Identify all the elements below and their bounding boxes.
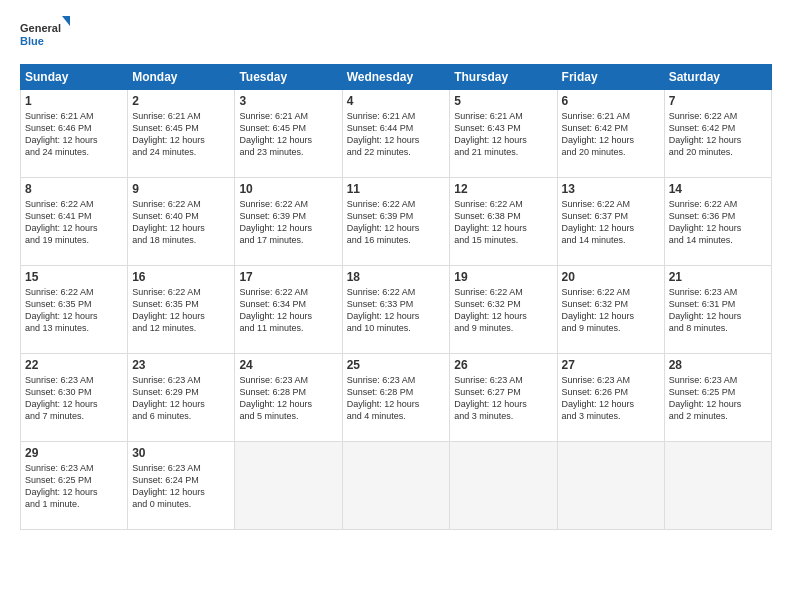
calendar-cell: 16Sunrise: 6:22 AM Sunset: 6:35 PM Dayli…: [128, 266, 235, 354]
day-number: 6: [562, 94, 660, 108]
calendar-day-header: Thursday: [450, 65, 557, 90]
calendar-table: SundayMondayTuesdayWednesdayThursdayFrid…: [20, 64, 772, 530]
day-info: Sunrise: 6:22 AM Sunset: 6:33 PM Dayligh…: [347, 286, 446, 335]
calendar-week-row: 15Sunrise: 6:22 AM Sunset: 6:35 PM Dayli…: [21, 266, 772, 354]
calendar-cell: 7Sunrise: 6:22 AM Sunset: 6:42 PM Daylig…: [664, 90, 771, 178]
page-container: General Blue SundayMondayTuesdayWednesda…: [0, 0, 792, 540]
day-number: 17: [239, 270, 337, 284]
day-info: Sunrise: 6:23 AM Sunset: 6:25 PM Dayligh…: [25, 462, 123, 511]
calendar-cell: 11Sunrise: 6:22 AM Sunset: 6:39 PM Dayli…: [342, 178, 450, 266]
day-number: 26: [454, 358, 552, 372]
calendar-day-header: Monday: [128, 65, 235, 90]
header: General Blue: [20, 16, 772, 52]
day-info: Sunrise: 6:22 AM Sunset: 6:32 PM Dayligh…: [454, 286, 552, 335]
day-info: Sunrise: 6:21 AM Sunset: 6:44 PM Dayligh…: [347, 110, 446, 159]
calendar-cell: 25Sunrise: 6:23 AM Sunset: 6:28 PM Dayli…: [342, 354, 450, 442]
day-info: Sunrise: 6:22 AM Sunset: 6:36 PM Dayligh…: [669, 198, 767, 247]
calendar-cell: 17Sunrise: 6:22 AM Sunset: 6:34 PM Dayli…: [235, 266, 342, 354]
calendar-cell: 22Sunrise: 6:23 AM Sunset: 6:30 PM Dayli…: [21, 354, 128, 442]
svg-text:Blue: Blue: [20, 35, 44, 47]
day-info: Sunrise: 6:22 AM Sunset: 6:35 PM Dayligh…: [132, 286, 230, 335]
calendar-cell: 24Sunrise: 6:23 AM Sunset: 6:28 PM Dayli…: [235, 354, 342, 442]
day-info: Sunrise: 6:22 AM Sunset: 6:38 PM Dayligh…: [454, 198, 552, 247]
day-info: Sunrise: 6:22 AM Sunset: 6:39 PM Dayligh…: [347, 198, 446, 247]
calendar-cell: 3Sunrise: 6:21 AM Sunset: 6:45 PM Daylig…: [235, 90, 342, 178]
day-number: 4: [347, 94, 446, 108]
calendar-cell: 29Sunrise: 6:23 AM Sunset: 6:25 PM Dayli…: [21, 442, 128, 530]
calendar-cell: 1Sunrise: 6:21 AM Sunset: 6:46 PM Daylig…: [21, 90, 128, 178]
day-number: 1: [25, 94, 123, 108]
day-info: Sunrise: 6:23 AM Sunset: 6:30 PM Dayligh…: [25, 374, 123, 423]
calendar-cell: 26Sunrise: 6:23 AM Sunset: 6:27 PM Dayli…: [450, 354, 557, 442]
day-info: Sunrise: 6:21 AM Sunset: 6:42 PM Dayligh…: [562, 110, 660, 159]
calendar-cell: [342, 442, 450, 530]
calendar-day-header: Sunday: [21, 65, 128, 90]
day-number: 10: [239, 182, 337, 196]
calendar-cell: 19Sunrise: 6:22 AM Sunset: 6:32 PM Dayli…: [450, 266, 557, 354]
day-info: Sunrise: 6:21 AM Sunset: 6:43 PM Dayligh…: [454, 110, 552, 159]
day-info: Sunrise: 6:23 AM Sunset: 6:27 PM Dayligh…: [454, 374, 552, 423]
calendar-cell: 5Sunrise: 6:21 AM Sunset: 6:43 PM Daylig…: [450, 90, 557, 178]
day-number: 9: [132, 182, 230, 196]
calendar-week-row: 29Sunrise: 6:23 AM Sunset: 6:25 PM Dayli…: [21, 442, 772, 530]
day-number: 5: [454, 94, 552, 108]
calendar-cell: 6Sunrise: 6:21 AM Sunset: 6:42 PM Daylig…: [557, 90, 664, 178]
day-number: 7: [669, 94, 767, 108]
calendar-cell: 14Sunrise: 6:22 AM Sunset: 6:36 PM Dayli…: [664, 178, 771, 266]
day-info: Sunrise: 6:23 AM Sunset: 6:24 PM Dayligh…: [132, 462, 230, 511]
day-number: 12: [454, 182, 552, 196]
day-number: 8: [25, 182, 123, 196]
calendar-day-header: Friday: [557, 65, 664, 90]
calendar-cell: 23Sunrise: 6:23 AM Sunset: 6:29 PM Dayli…: [128, 354, 235, 442]
day-number: 22: [25, 358, 123, 372]
svg-marker-2: [62, 16, 70, 26]
day-info: Sunrise: 6:23 AM Sunset: 6:28 PM Dayligh…: [347, 374, 446, 423]
calendar-cell: [450, 442, 557, 530]
day-number: 28: [669, 358, 767, 372]
day-number: 15: [25, 270, 123, 284]
calendar-day-header: Wednesday: [342, 65, 450, 90]
calendar-cell: [235, 442, 342, 530]
day-info: Sunrise: 6:22 AM Sunset: 6:35 PM Dayligh…: [25, 286, 123, 335]
day-number: 14: [669, 182, 767, 196]
day-number: 13: [562, 182, 660, 196]
day-info: Sunrise: 6:23 AM Sunset: 6:28 PM Dayligh…: [239, 374, 337, 423]
calendar-week-row: 1Sunrise: 6:21 AM Sunset: 6:46 PM Daylig…: [21, 90, 772, 178]
calendar-cell: 15Sunrise: 6:22 AM Sunset: 6:35 PM Dayli…: [21, 266, 128, 354]
day-number: 27: [562, 358, 660, 372]
calendar-cell: 13Sunrise: 6:22 AM Sunset: 6:37 PM Dayli…: [557, 178, 664, 266]
calendar-cell: 18Sunrise: 6:22 AM Sunset: 6:33 PM Dayli…: [342, 266, 450, 354]
day-info: Sunrise: 6:23 AM Sunset: 6:26 PM Dayligh…: [562, 374, 660, 423]
calendar-week-row: 8Sunrise: 6:22 AM Sunset: 6:41 PM Daylig…: [21, 178, 772, 266]
calendar-cell: 8Sunrise: 6:22 AM Sunset: 6:41 PM Daylig…: [21, 178, 128, 266]
calendar-week-row: 22Sunrise: 6:23 AM Sunset: 6:30 PM Dayli…: [21, 354, 772, 442]
logo-svg: General Blue: [20, 16, 70, 52]
day-info: Sunrise: 6:23 AM Sunset: 6:29 PM Dayligh…: [132, 374, 230, 423]
day-info: Sunrise: 6:22 AM Sunset: 6:34 PM Dayligh…: [239, 286, 337, 335]
day-number: 20: [562, 270, 660, 284]
calendar-cell: 10Sunrise: 6:22 AM Sunset: 6:39 PM Dayli…: [235, 178, 342, 266]
day-number: 16: [132, 270, 230, 284]
calendar-cell: 4Sunrise: 6:21 AM Sunset: 6:44 PM Daylig…: [342, 90, 450, 178]
day-number: 30: [132, 446, 230, 460]
calendar-cell: [664, 442, 771, 530]
day-info: Sunrise: 6:22 AM Sunset: 6:32 PM Dayligh…: [562, 286, 660, 335]
day-number: 11: [347, 182, 446, 196]
calendar-cell: 20Sunrise: 6:22 AM Sunset: 6:32 PM Dayli…: [557, 266, 664, 354]
day-info: Sunrise: 6:22 AM Sunset: 6:42 PM Dayligh…: [669, 110, 767, 159]
calendar-cell: [557, 442, 664, 530]
day-number: 2: [132, 94, 230, 108]
day-info: Sunrise: 6:21 AM Sunset: 6:46 PM Dayligh…: [25, 110, 123, 159]
day-info: Sunrise: 6:23 AM Sunset: 6:25 PM Dayligh…: [669, 374, 767, 423]
calendar-cell: 12Sunrise: 6:22 AM Sunset: 6:38 PM Dayli…: [450, 178, 557, 266]
day-info: Sunrise: 6:22 AM Sunset: 6:40 PM Dayligh…: [132, 198, 230, 247]
calendar-cell: 28Sunrise: 6:23 AM Sunset: 6:25 PM Dayli…: [664, 354, 771, 442]
day-number: 23: [132, 358, 230, 372]
svg-text:General: General: [20, 22, 61, 34]
day-info: Sunrise: 6:22 AM Sunset: 6:41 PM Dayligh…: [25, 198, 123, 247]
day-info: Sunrise: 6:22 AM Sunset: 6:39 PM Dayligh…: [239, 198, 337, 247]
day-number: 21: [669, 270, 767, 284]
day-number: 19: [454, 270, 552, 284]
calendar-cell: 30Sunrise: 6:23 AM Sunset: 6:24 PM Dayli…: [128, 442, 235, 530]
calendar-cell: 9Sunrise: 6:22 AM Sunset: 6:40 PM Daylig…: [128, 178, 235, 266]
